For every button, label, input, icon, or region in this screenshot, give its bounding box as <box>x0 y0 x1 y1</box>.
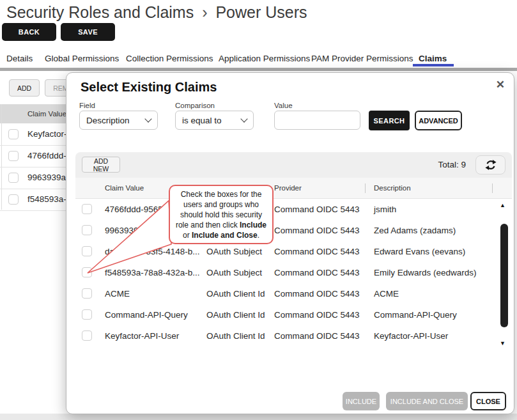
column-provider: Provider <box>274 178 302 199</box>
tab-global-permissions[interactable]: Global Permissions <box>45 54 119 63</box>
comparison-label: Comparison <box>175 102 215 109</box>
cell-claim-value: ACME <box>105 283 130 304</box>
field-label: Field <box>79 102 95 109</box>
advanced-button[interactable]: ADVANCED <box>415 111 462 130</box>
value-input[interactable] <box>274 111 360 130</box>
cell-claim-type: OAuth Subject <box>206 262 262 283</box>
dialog-title: Select Existing Claims <box>81 80 217 95</box>
value-label: Value <box>274 102 293 109</box>
row-checkbox[interactable] <box>8 173 19 183</box>
cell-provider: Command OIDC 5443 <box>274 283 360 304</box>
cell-claim-type: OAuth Client Id <box>206 325 265 346</box>
cell-claim-value: Command-API-Query <box>105 304 188 325</box>
chevron-down-icon <box>240 115 247 122</box>
cell-description: Emily Edwards (eedwards) <box>374 262 477 283</box>
column-separator <box>492 183 493 193</box>
row-checkbox[interactable] <box>8 151 19 161</box>
background-claim-value: 4766fddd- <box>27 145 66 167</box>
scrollbar-thumb[interactable] <box>500 224 508 327</box>
add-button[interactable]: ADD <box>9 79 40 97</box>
cell-claim-value: Keyfactor-API-User <box>105 325 179 346</box>
background-claim-value: 9963939a- <box>27 167 69 189</box>
scroll-down-icon[interactable]: ▼ <box>500 340 505 346</box>
cell-claim-type: OAuth Client Id <box>206 283 265 304</box>
chevron-down-icon <box>144 115 151 122</box>
active-tab-underline <box>413 64 454 66</box>
column-description: Description <box>374 178 411 199</box>
cell-provider: Command OIDC 5443 <box>274 304 360 325</box>
row-checkbox[interactable] <box>82 309 92 320</box>
comparison-select-value: is equal to <box>182 116 222 125</box>
cell-description: ACME <box>374 283 399 304</box>
tab-claims[interactable]: Claims <box>419 54 447 63</box>
close-button[interactable]: CLOSE <box>470 392 506 410</box>
background-column-claim-value: Claim Value <box>27 104 66 123</box>
scroll-up-icon[interactable]: ▲ <box>500 202 505 208</box>
include-and-close-button[interactable]: INCLUDE AND CLOSE <box>386 392 468 410</box>
cell-claim-type: OAuth Client Id <box>206 304 265 325</box>
callout-arrow <box>79 194 181 277</box>
tab-pam-provider-permissions[interactable]: PAM Provider Permissions <box>311 54 413 63</box>
refresh-icon <box>484 158 498 172</box>
background-claim-value: f548593a- <box>27 189 66 210</box>
search-button[interactable]: SEARCH <box>369 111 410 130</box>
total-count: Total: 9 <box>438 152 466 178</box>
column-separator <box>365 183 366 193</box>
claims-table-row: ACME OAuth Client Id Command OIDC 5443 A… <box>75 283 512 305</box>
field-select[interactable]: Description <box>79 111 158 130</box>
comparison-select[interactable]: is equal to <box>175 111 254 130</box>
results-toolbar: ADD NEW Total: 9 <box>75 152 512 178</box>
cell-provider: Command OIDC 5443 <box>274 241 360 262</box>
select-existing-claims-dialog: Select Existing Claims ✕ Field Descripti… <box>66 72 514 414</box>
save-button[interactable]: SAVE <box>61 23 115 41</box>
breadcrumb-separator-icon: › <box>198 3 211 21</box>
background-claim-value: Keyfactor- <box>27 123 67 145</box>
page-title-main: Security Roles and Claims <box>6 3 194 21</box>
add-new-button[interactable]: ADD NEW <box>82 157 120 173</box>
callout-bold-include-and-close: Include and Close <box>192 231 258 240</box>
page-footer-band <box>0 414 517 420</box>
breadcrumb: Power Users <box>215 3 307 21</box>
tab-application-permissions[interactable]: Application Permissions <box>219 54 310 63</box>
cell-description: Zed Adams (zadams) <box>374 220 456 241</box>
row-checkbox[interactable] <box>82 331 92 341</box>
claims-table-row: Keyfactor-API-User OAuth Client Id Comma… <box>75 325 512 346</box>
field-select-value: Description <box>86 116 130 125</box>
cell-provider: Command OIDC 5443 <box>274 325 360 346</box>
page-title: Security Roles and Claims › Power Users <box>6 3 307 22</box>
tab-collection-permissions[interactable]: Collection Permissions <box>126 54 213 63</box>
cell-provider: Command OIDC 5443 <box>274 262 360 283</box>
section-divider-band <box>0 68 517 71</box>
back-button[interactable]: BACK <box>2 23 56 41</box>
callout-bold-include: Include <box>240 221 266 229</box>
instruction-callout: Check the boxes for the users and groups… <box>169 185 274 244</box>
tab-details[interactable]: Details <box>6 54 33 63</box>
claims-table-row: Command-API-Query OAuth Client Id Comman… <box>75 304 512 326</box>
callout-text: or <box>183 231 192 240</box>
include-button[interactable]: INCLUDE <box>343 392 380 410</box>
refresh-button[interactable] <box>475 155 505 175</box>
row-checkbox[interactable] <box>8 129 19 139</box>
close-icon[interactable]: ✕ <box>496 78 505 91</box>
cell-description: Edward Evans (eevans) <box>374 241 465 262</box>
callout-text: . <box>258 231 259 240</box>
cell-provider: Command OIDC 5443 <box>274 220 360 241</box>
row-checkbox[interactable] <box>82 288 92 299</box>
cell-description: Command-API-Query <box>374 304 457 325</box>
app-window: Security Roles and Claims › Power Users … <box>0 0 517 420</box>
row-checkbox[interactable] <box>8 194 19 205</box>
cell-description: jsmith <box>374 199 396 220</box>
cell-provider: Command OIDC 5443 <box>274 199 360 220</box>
cell-description: Keyfactor-API-User <box>374 325 448 346</box>
